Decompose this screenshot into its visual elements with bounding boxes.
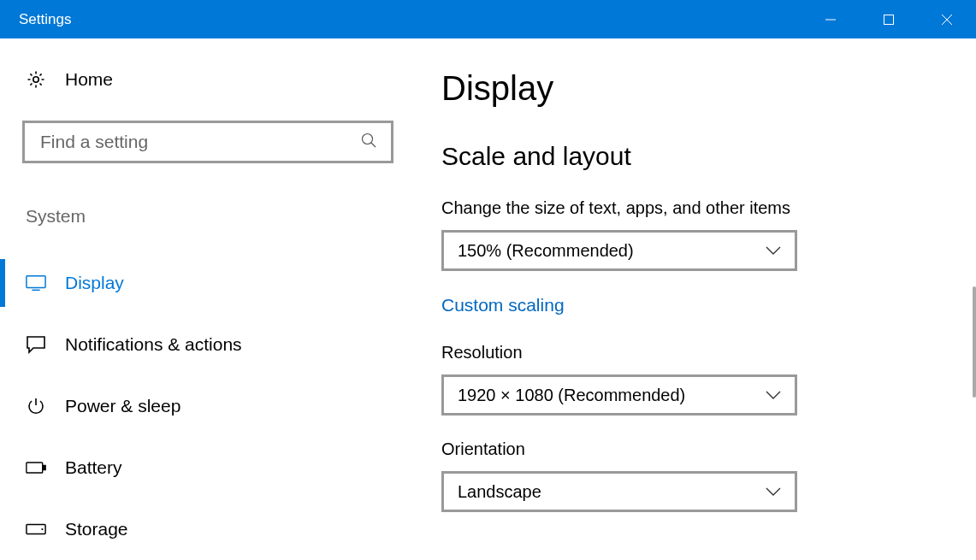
- scale-label: Change the size of text, apps, and other…: [441, 198, 942, 218]
- resolution-value: 1920 × 1080 (Recommended): [458, 386, 685, 405]
- orientation-value: Landscape: [458, 482, 541, 502]
- svg-rect-7: [27, 276, 45, 288]
- search-input[interactable]: [38, 131, 360, 153]
- scale-value: 150% (Recommended): [458, 241, 634, 261]
- svg-point-5: [363, 133, 373, 144]
- resolution-label: Resolution: [441, 343, 942, 363]
- page-title: Display: [441, 69, 942, 108]
- chevron-down-icon: [766, 487, 781, 496]
- scale-dropdown[interactable]: 150% (Recommended): [441, 230, 797, 271]
- chat-icon: [26, 335, 46, 354]
- sidebar-category-label: System: [22, 206, 393, 227]
- window-title: Settings: [19, 11, 71, 28]
- maximize-button[interactable]: [860, 0, 918, 38]
- home-label: Home: [65, 69, 113, 90]
- orientation-label: Orientation: [441, 439, 942, 459]
- sidebar-item-label: Notifications & actions: [65, 334, 242, 355]
- main-content: Display Scale and layout Change the size…: [417, 69, 976, 560]
- close-button[interactable]: [918, 0, 976, 38]
- title-bar: Settings: [0, 0, 976, 38]
- svg-point-12: [41, 528, 43, 530]
- svg-rect-1: [884, 15, 894, 24]
- sidebar-item-display[interactable]: Display: [0, 252, 393, 314]
- scrollbar[interactable]: [973, 286, 976, 398]
- sidebar-item-storage[interactable]: Storage: [0, 498, 393, 560]
- power-icon: [26, 397, 46, 416]
- sidebar-item-notifications[interactable]: Notifications & actions: [0, 314, 393, 375]
- sidebar-item-label: Display: [65, 273, 124, 293]
- chevron-down-icon: [766, 391, 781, 399]
- home-button[interactable]: Home: [22, 69, 393, 90]
- sidebar-item-battery[interactable]: Battery: [0, 437, 393, 498]
- svg-point-4: [33, 77, 38, 82]
- search-icon: [360, 132, 377, 153]
- gear-icon: [26, 69, 46, 90]
- search-box[interactable]: [22, 121, 393, 163]
- sidebar: Home System Display: [0, 69, 417, 560]
- chevron-down-icon: [766, 246, 781, 255]
- svg-rect-9: [27, 463, 43, 473]
- svg-rect-10: [44, 465, 46, 469]
- section-title: Scale and layout: [441, 142, 942, 171]
- sidebar-item-label: Storage: [65, 519, 128, 539]
- minimize-button[interactable]: [802, 0, 860, 38]
- sidebar-item-power-sleep[interactable]: Power & sleep: [0, 375, 393, 437]
- resolution-dropdown[interactable]: 1920 × 1080 (Recommended): [441, 374, 797, 416]
- sidebar-item-label: Battery: [65, 457, 122, 478]
- custom-scaling-link[interactable]: Custom scaling: [441, 295, 942, 315]
- battery-icon: [26, 461, 46, 475]
- storage-icon: [26, 523, 46, 535]
- sidebar-item-label: Power & sleep: [65, 396, 180, 416]
- monitor-icon: [26, 274, 46, 292]
- orientation-dropdown[interactable]: Landscape: [441, 471, 797, 512]
- svg-line-6: [371, 143, 376, 147]
